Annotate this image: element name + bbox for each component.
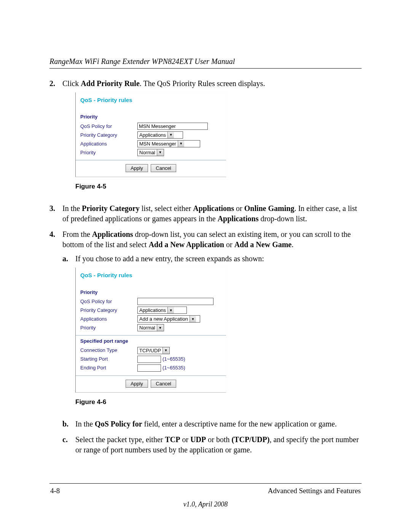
applications-select[interactable]: Add a new Application ▼ [137, 315, 200, 323]
chevron-down-icon: ▼ [167, 132, 174, 138]
figure-4-6-panel: QoS - Priority rules Priority QoS Policy… [75, 268, 226, 393]
step-number: 3. [49, 203, 62, 224]
section-heading-priority: Priority [80, 288, 221, 297]
figure-4-5-panel: QoS - Priority rules Priority QoS Policy… [75, 93, 226, 177]
step-3: 3. In the Priority Category list, select… [49, 203, 362, 224]
applications-select[interactable]: MSN Messenger ▼ [137, 140, 200, 147]
step-2: 2. Click Add Priority Rule. The QoS Prio… [49, 78, 362, 198]
chevron-down-icon: ▼ [190, 316, 196, 322]
chevron-down-icon: ▼ [157, 149, 163, 156]
ending-port-label: Ending Port [80, 364, 137, 371]
apply-button[interactable]: Apply [126, 164, 148, 173]
step-4b: b. In the QoS Policy for field, enter a … [62, 419, 362, 429]
step-4a: a. If you chose to add a new entry, the … [62, 254, 362, 414]
priority-category-select[interactable]: Applications ▼ [137, 131, 183, 139]
header-rule [49, 68, 362, 69]
priority-label: Priority [80, 324, 137, 331]
section-heading-priority: Priority [80, 113, 221, 122]
page-footer: 4-8 Advanced Settings and Features v1.0,… [49, 483, 362, 508]
applications-label: Applications [80, 316, 137, 323]
port-range-hint: (1~65535) [162, 364, 185, 371]
footer-rule [49, 483, 362, 484]
qos-policy-for-input[interactable] [137, 123, 208, 130]
cancel-button[interactable]: Cancel [151, 164, 176, 173]
priority-category-label: Priority Category [80, 132, 137, 139]
starting-port-label: Starting Port [80, 356, 137, 363]
chevron-down-icon: ▼ [162, 347, 169, 354]
priority-label: Priority [80, 149, 137, 156]
chevron-down-icon: ▼ [178, 141, 184, 147]
figure-4-6-caption: Figure 4-6 [75, 398, 264, 407]
connection-type-select[interactable]: TCP/UDP ▼ [137, 347, 170, 354]
sub-letter: a. [62, 254, 75, 414]
chevron-down-icon: ▼ [157, 324, 163, 331]
starting-port-input[interactable] [137, 356, 161, 363]
port-range-hint: (1~65535) [162, 356, 185, 363]
cancel-button[interactable]: Cancel [151, 380, 176, 388]
figure-4-5-caption: Figure 4-5 [75, 182, 265, 191]
section-title: Advanced Settings and Features [268, 487, 361, 495]
sub-letter: c. [62, 435, 75, 455]
qos-policy-for-label: QoS Policy for [80, 298, 137, 305]
sub-letter: b. [62, 419, 75, 429]
chevron-down-icon: ▼ [167, 307, 174, 313]
ending-port-input[interactable] [137, 364, 161, 372]
page-number: 4-8 [50, 487, 60, 495]
section-heading-port-range: Specified port range [80, 337, 221, 346]
apply-button[interactable]: Apply [126, 380, 148, 388]
priority-select[interactable]: Normal ▼ [137, 149, 164, 156]
version-line: v1.0, April 2008 [49, 500, 362, 508]
panel-title: QoS - Priority rules [76, 93, 226, 111]
applications-label: Applications [80, 141, 137, 147]
step-number: 2. [49, 78, 62, 198]
priority-select[interactable]: Normal ▼ [137, 324, 164, 331]
panel-title: QoS - Priority rules [76, 268, 226, 286]
step-4c: c. Select the packet type, either TCP or… [62, 435, 362, 455]
connection-type-label: Connection Type [80, 347, 137, 354]
qos-policy-for-label: QoS Policy for [80, 123, 137, 130]
step-number: 4. [49, 229, 62, 460]
priority-category-select[interactable]: Applications ▼ [137, 307, 187, 314]
step-4: 4. From the Applications drop-down list,… [49, 229, 362, 460]
running-header: RangeMax WiFi Range Extender WPN824EXT U… [49, 57, 362, 66]
qos-policy-for-input[interactable] [137, 298, 213, 305]
priority-category-label: Priority Category [80, 307, 137, 314]
